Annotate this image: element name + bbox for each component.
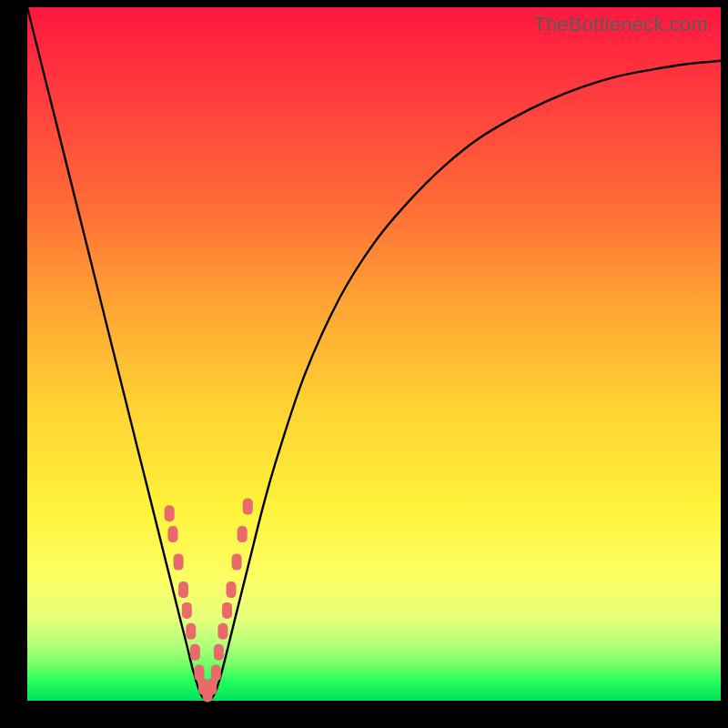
curve-layer	[27, 7, 721, 701]
marker-point	[174, 554, 184, 571]
marker-point	[168, 526, 178, 542]
marker-point	[238, 526, 248, 542]
marker-point	[195, 665, 205, 682]
marker-point	[190, 644, 200, 661]
marker-point	[165, 505, 175, 521]
marker-point	[182, 602, 192, 619]
marker-point	[232, 554, 242, 571]
bottleneck-curve	[27, 7, 721, 701]
marker-point	[207, 679, 217, 695]
marker-point	[243, 499, 253, 515]
marker-point	[222, 602, 232, 619]
marker-point	[186, 623, 196, 640]
marker-point	[214, 644, 224, 661]
chart-frame: TheBottleneck.com	[0, 0, 728, 728]
marker-point	[227, 581, 237, 598]
plot-area: TheBottleneck.com	[27, 7, 721, 701]
marker-point	[217, 623, 228, 640]
marker-point	[178, 581, 188, 598]
marker-point	[211, 665, 221, 682]
